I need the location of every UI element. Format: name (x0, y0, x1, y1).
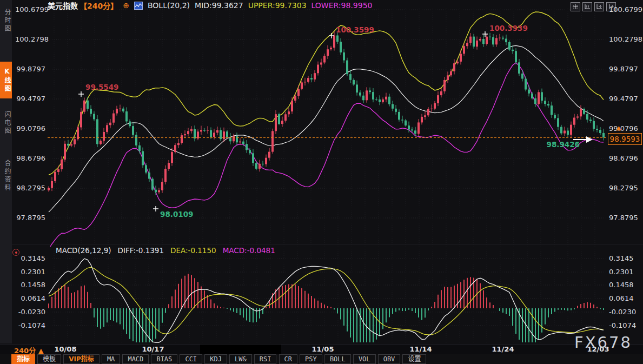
sidebar-tab-kline[interactable]: K线图 (0, 62, 12, 98)
obv-button[interactable]: OBV (378, 354, 401, 364)
bollinger-bands (49, 12, 604, 249)
template-button[interactable]: 模板 (37, 354, 61, 364)
axis-label: 99.0796 (15, 124, 45, 133)
price-annotation: 100.3939 (489, 24, 528, 32)
axis-zoom-right-icon[interactable] (594, 2, 604, 11)
lwr-button[interactable]: LW& (229, 354, 252, 364)
current-price-marker: ▲ (617, 124, 621, 131)
axis-label: 100.2798 (609, 35, 641, 44)
axis-label: 100.6799 (15, 5, 45, 14)
axis-label: 97.8795 (15, 214, 45, 222)
date-label: 11/14 (410, 345, 432, 353)
price-annotation: 98.0109 (160, 210, 194, 219)
macd-diff-value: DIFF:-0.1391 (118, 246, 164, 255)
cci-button[interactable]: CCI (180, 354, 202, 364)
add-compare-icon[interactable]: ⊕ (123, 1, 129, 10)
vip-indicator-button[interactable]: VIP指标 (63, 354, 100, 364)
x-axis-row: 240分 ▲ 10/08 10/17 11/05 11/14 11/24 12/… (0, 344, 643, 355)
axis-label: 0.0614 (609, 294, 641, 303)
cr-button[interactable]: CR (279, 354, 297, 364)
ma-button[interactable]: MA (102, 354, 120, 364)
sidebar: 分时图 K线图 闪电图 合约资料 (0, 0, 12, 343)
boll-mid-value: MID:99.3627 (195, 1, 243, 10)
axis-label: 100.2798 (15, 35, 45, 44)
rsi-button[interactable]: RSI (254, 354, 277, 364)
boll-label: BOLL(20,2) (148, 1, 190, 10)
chart-header: 美元指数 【240分】 ⊕ BOLL(20,2) MID:99.3627 UPP… (48, 1, 372, 10)
kdj-button[interactable]: KDJ (204, 354, 227, 364)
axis-label: -0.1074 (609, 321, 641, 330)
bias-button[interactable]: BIAS (151, 354, 177, 364)
mini-chart-icon[interactable] (134, 2, 143, 10)
axis-label: 0.1458 (609, 281, 641, 289)
boll-button[interactable]: BOLL (324, 354, 351, 364)
date-label: 10/17 (142, 345, 164, 353)
axis-label: 99.4797 (15, 95, 45, 103)
indicator-button[interactable]: 指标 (11, 354, 35, 364)
date-label: 11/05 (312, 345, 334, 353)
axis-label: -0.0230 (15, 308, 45, 316)
axis-label: 0.1458 (15, 281, 45, 289)
watermark: FX678 (574, 333, 632, 352)
current-price-box: 98.9593 (608, 133, 642, 145)
axis-label: -0.1074 (15, 321, 45, 330)
macd-button[interactable]: MACD (122, 354, 149, 364)
axis-label: 99.0796 (609, 124, 641, 133)
axis-label: 0.0614 (15, 294, 45, 303)
axis-label: 98.2795 (15, 184, 45, 193)
crosshair-icon[interactable] (571, 2, 580, 11)
axis-label: 0.2301 (609, 268, 641, 276)
axis-label: 99.8797 (609, 65, 641, 74)
indicator-toolbar: 指标 模板 VIP指标 MA MACD BIAS CCI KDJ LW& RSI… (0, 354, 643, 364)
axis-label: -0.0230 (609, 308, 641, 316)
macd-panel (49, 259, 604, 342)
main-chart-svg: 99.5549100.3599100.393998.010998.9426 (0, 0, 643, 364)
price-annotation: 100.3599 (336, 25, 374, 34)
boll-upper-value: UPPER:99.7303 (248, 1, 307, 10)
axis-label: 0.2301 (15, 268, 45, 276)
axis-label: 0.3145 (15, 254, 45, 263)
sidebar-tab-contract-info[interactable]: 合约资料 (0, 149, 12, 202)
symbol-name: 美元指数 (48, 0, 78, 11)
settings-button[interactable]: 设置 (402, 354, 426, 364)
vol-button[interactable]: VOL (353, 354, 376, 364)
chart-application: 99.5549100.3599100.393998.010998.9426 分时… (0, 0, 643, 364)
boll-lower-value: LOWER:98.9950 (311, 1, 373, 10)
candles (48, 31, 605, 195)
axis-label: 98.2795 (609, 184, 641, 193)
date-label: 10/08 (55, 345, 77, 353)
date-label: 11/24 (492, 345, 514, 353)
axis-label: 98.6796 (609, 154, 641, 163)
x-axis-scrollbar[interactable] (200, 345, 281, 354)
macd-params: MACD(26,12,9) (56, 246, 111, 255)
macd-hist-value: MACD:-0.0481 (223, 246, 275, 255)
axis-label: 99.8797 (15, 65, 45, 74)
price-annotation: 99.5549 (85, 83, 119, 91)
axis-label: 100.6799 (609, 5, 641, 14)
sidebar-tab-lightning[interactable]: 闪电图 (0, 104, 12, 142)
axis-label: 97.8795 (609, 214, 641, 222)
sidebar-tab-timeshare[interactable]: 分时图 (0, 3, 12, 38)
macd-header: MACD(26,12,9) DIFF:-0.1391 DEA:-0.1150 M… (56, 246, 275, 255)
axis-label: 99.4797 (609, 95, 641, 103)
axis-label: 0.3145 (609, 254, 641, 263)
axis-zoom-left-icon[interactable] (582, 2, 592, 11)
axis-label: 98.6796 (15, 154, 45, 163)
period-label: 【240分】 (79, 0, 118, 11)
price-annotation: 98.9426 (547, 140, 580, 149)
macd-dea-value: DEA:-0.1150 (170, 246, 216, 255)
psy-button[interactable]: PSY (300, 354, 322, 364)
